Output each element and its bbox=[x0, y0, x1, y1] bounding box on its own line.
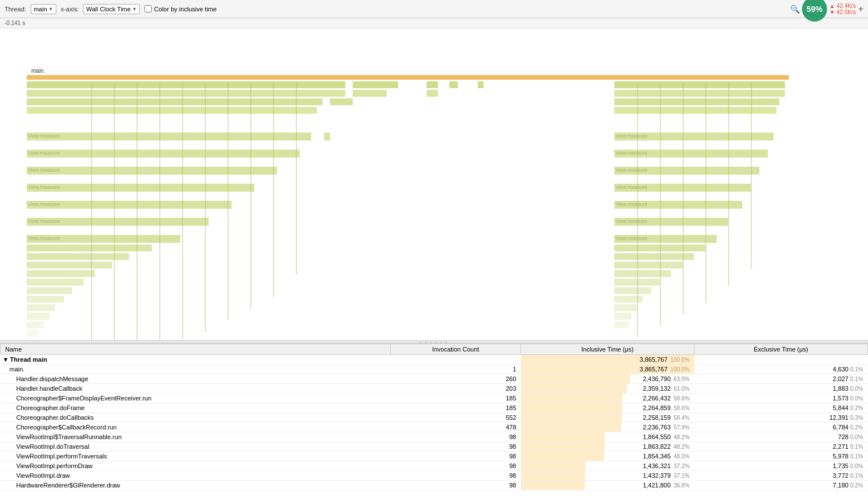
cell-invocation: 98 bbox=[391, 481, 521, 490]
table-row[interactable]: main.13,865,767 100.0%4,630 0.1% bbox=[1, 365, 868, 374]
inclusive-pct: 58.4% bbox=[672, 415, 689, 421]
exclusive-pct: 0.1% bbox=[850, 473, 863, 479]
table-row[interactable]: Handler.handleCallback2032,359,132 61.0%… bbox=[1, 384, 868, 394]
expand-icon[interactable]: ▼ bbox=[3, 356, 9, 363]
cell-name: ViewRootImpl.draw bbox=[1, 471, 391, 481]
cell-invocation: 98 bbox=[391, 442, 521, 452]
svg-rect-63 bbox=[614, 313, 631, 320]
stat-down: ▼ 42.5K/s bbox=[829, 9, 856, 15]
color-checkbox-input[interactable] bbox=[144, 5, 152, 13]
table-row[interactable]: ViewRootImpl.draw981,432,379 37.1%3,772 … bbox=[1, 471, 868, 481]
inclusive-time-value: 2,266,432 bbox=[643, 395, 672, 402]
svg-rect-60 bbox=[27, 304, 55, 311]
svg-rect-10 bbox=[427, 90, 438, 97]
cell-exclusive-time: 6,784 0.2% bbox=[695, 423, 868, 432]
table-row[interactable]: Choreographer.doFrame1852,264,859 58.6%5… bbox=[1, 403, 868, 413]
thread-label: Thread: bbox=[5, 6, 26, 13]
cell-name: ViewRootImpl.performDraw bbox=[1, 461, 391, 471]
exclusive-time-value: 2,271 bbox=[833, 443, 850, 450]
table-row[interactable]: ▼ Thread main3,865,767 100.0% bbox=[1, 355, 868, 365]
cell-exclusive-time: 2,271 0.1% bbox=[695, 442, 868, 452]
svg-rect-80 bbox=[705, 81, 706, 303]
col-header-name[interactable]: Name bbox=[1, 344, 391, 355]
table-row[interactable]: Choreographer$FrameDisplayEventReceiver.… bbox=[1, 394, 868, 403]
svg-rect-75 bbox=[273, 81, 274, 297]
time-value: -0.141 s bbox=[5, 20, 25, 26]
svg-rect-13 bbox=[330, 98, 353, 105]
cell-inclusive-time: 1,863,822 48.2% bbox=[521, 442, 695, 452]
svg-rect-79 bbox=[683, 81, 684, 315]
svg-rect-52 bbox=[27, 270, 95, 277]
data-table-container[interactable]: Name Invocation Count Inclusive Time (μs… bbox=[0, 344, 868, 496]
search-icon[interactable]: 🔍 bbox=[790, 5, 800, 14]
toolbar: Thread: main ▼ x-axis: Wall Clock Time ▼… bbox=[0, 0, 868, 18]
cell-exclusive-time: 3,772 0.1% bbox=[695, 471, 868, 481]
table-row[interactable]: Choreographer$CallbackRecord.run4782,236… bbox=[1, 423, 868, 432]
svg-rect-51 bbox=[614, 262, 683, 268]
svg-rect-1 bbox=[27, 75, 789, 80]
exclusive-time-value: 2,027 bbox=[833, 375, 850, 382]
cell-exclusive-time: 728 0.0% bbox=[695, 432, 868, 442]
svg-rect-82 bbox=[751, 81, 752, 269]
exclusive-pct: 0.2% bbox=[850, 405, 863, 411]
inclusive-pct: 37.1% bbox=[672, 473, 689, 479]
svg-rect-9 bbox=[353, 90, 387, 97]
cell-name: Handler.handleCallback bbox=[1, 384, 391, 394]
svg-rect-61 bbox=[614, 304, 637, 311]
col-header-inclusive[interactable]: Inclusive Time (μs) bbox=[521, 344, 695, 355]
svg-rect-69 bbox=[137, 81, 138, 340]
svg-rect-81 bbox=[728, 81, 729, 286]
flame-chart-svg: main. View.measure View.measure View.mea… bbox=[0, 28, 868, 340]
inclusive-pct: 48.0% bbox=[672, 453, 689, 460]
cell-exclusive-time: 5,844 0.2% bbox=[695, 403, 868, 413]
cell-exclusive-time bbox=[695, 355, 868, 365]
cell-invocation: 1 bbox=[391, 365, 521, 374]
svg-rect-54 bbox=[27, 279, 84, 286]
plus-zoom-btn[interactable]: + bbox=[858, 4, 863, 14]
svg-rect-14 bbox=[614, 98, 779, 105]
svg-rect-77 bbox=[637, 81, 638, 337]
table-row[interactable]: ViewRootImpl$TraversalRunnable.run981,86… bbox=[1, 432, 868, 442]
cell-name: main. bbox=[1, 365, 391, 374]
exclusive-pct: 0.1% bbox=[850, 366, 863, 373]
thread-select[interactable]: main ▼ bbox=[31, 4, 56, 14]
exclusive-time-value: 5,978 bbox=[833, 453, 850, 460]
svg-rect-72 bbox=[205, 81, 206, 332]
table-row[interactable]: ViewRootImpl.performDraw981,436,321 37.2… bbox=[1, 461, 868, 471]
svg-rect-66 bbox=[27, 330, 38, 337]
cell-name: Choreographer$CallbackRecord.run bbox=[1, 423, 391, 432]
xaxis-select[interactable]: Wall Clock Time ▼ bbox=[83, 4, 139, 14]
table-row[interactable]: Handler.dispatchMessage2602,436,790 63.0… bbox=[1, 374, 868, 384]
svg-rect-49 bbox=[614, 253, 694, 260]
stats-box: ▲ 42.4K/s ▼ 42.5K/s bbox=[829, 3, 856, 15]
table-row[interactable]: HardwareRenderer$GlRenderer.draw981,421,… bbox=[1, 481, 868, 490]
stat-up: ▲ 42.4K/s bbox=[829, 3, 856, 9]
cell-invocation bbox=[391, 355, 521, 365]
col-header-invocation[interactable]: Invocation Count bbox=[391, 344, 521, 355]
cell-exclusive-time: 4,630 0.1% bbox=[695, 365, 868, 374]
cell-name: Handler.dispatchMessage bbox=[1, 374, 391, 384]
svg-rect-7 bbox=[614, 81, 785, 88]
flame-chart-container[interactable]: main. View.measure View.measure View.mea… bbox=[0, 28, 868, 340]
svg-rect-58 bbox=[27, 296, 64, 303]
table-row[interactable]: Choreographer.doCallbacks5522,258,159 58… bbox=[1, 413, 868, 423]
inclusive-pct: 58.6% bbox=[672, 405, 689, 411]
inclusive-time-value: 2,436,790 bbox=[643, 375, 672, 382]
col-header-exclusive[interactable]: Exclusive Time (μs) bbox=[695, 344, 868, 355]
svg-text:main.: main. bbox=[31, 68, 45, 74]
inclusive-pct: 48.2% bbox=[672, 434, 689, 440]
table-row[interactable]: ViewRootImpl.doTraversal981,863,822 48.2… bbox=[1, 442, 868, 452]
svg-rect-6 bbox=[478, 81, 483, 88]
svg-rect-11 bbox=[614, 90, 785, 97]
inclusive-time-value: 1,854,345 bbox=[643, 453, 672, 460]
cell-inclusive-time: 1,421,800 36.8% bbox=[521, 481, 695, 490]
color-by-inclusive-checkbox[interactable]: Color by inclusive time bbox=[144, 5, 217, 13]
cell-inclusive-time: 2,436,790 63.0% bbox=[521, 374, 695, 384]
time-ruler: -0.141 s bbox=[0, 18, 868, 28]
table-row[interactable]: ViewRootImpl.performTraversals981,854,34… bbox=[1, 452, 868, 461]
svg-rect-78 bbox=[660, 81, 661, 326]
svg-rect-70 bbox=[159, 81, 160, 340]
cell-inclusive-time: 2,266,432 58.6% bbox=[521, 394, 695, 403]
cell-inclusive-time: 1,432,379 37.1% bbox=[521, 471, 695, 481]
svg-rect-35 bbox=[27, 201, 232, 209]
